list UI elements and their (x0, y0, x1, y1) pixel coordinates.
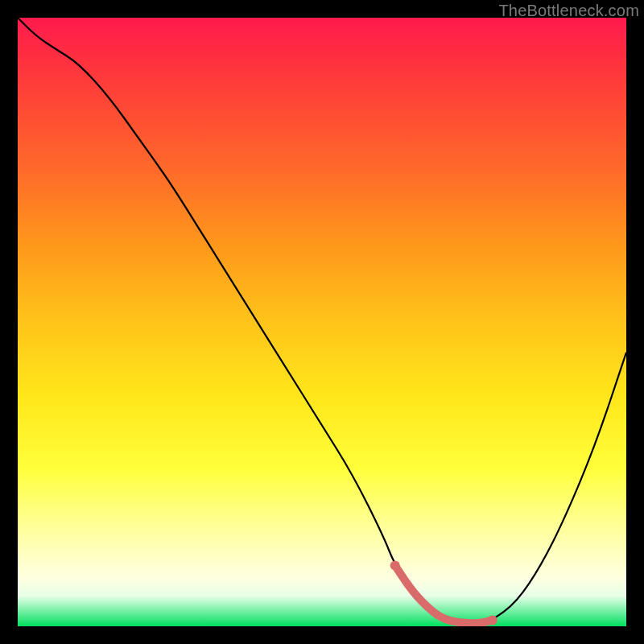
chart-svg (18, 18, 626, 626)
bottleneck-curve (18, 18, 626, 623)
chart-frame: TheBottleneck.com (0, 0, 644, 644)
bottleneck-highlight (395, 565, 493, 623)
highlight-endpoint (488, 615, 497, 625)
bottleneck-highlight-dots (390, 560, 497, 625)
chart-plot-area (18, 18, 626, 626)
highlight-endpoint (390, 560, 400, 570)
watermark-text: TheBottleneck.com (498, 2, 639, 20)
